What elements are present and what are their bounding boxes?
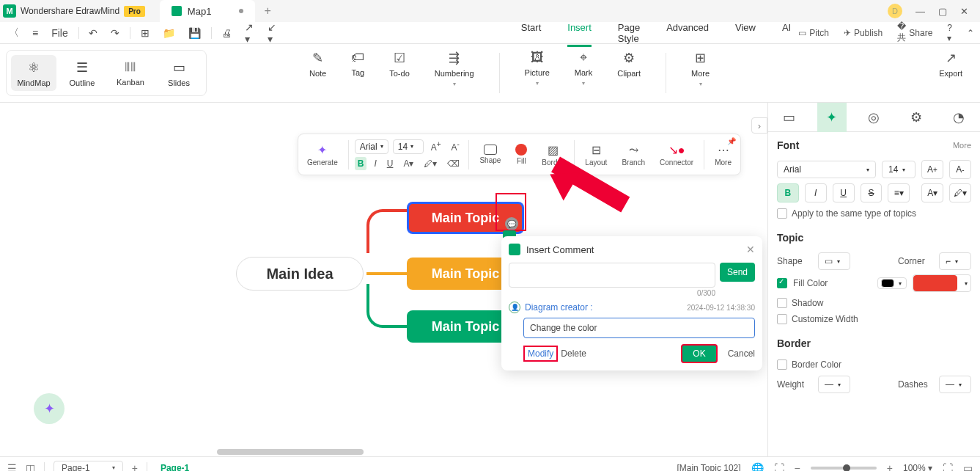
menu-button[interactable]: ≡ [29, 27, 41, 39]
layout-button[interactable]: ⊟Layout [581, 143, 611, 167]
panes-icon[interactable]: ◫ [26, 462, 35, 472]
expand-panel-button[interactable]: › [751, 117, 767, 134]
zoom-in-button[interactable]: + [887, 462, 893, 472]
apply-same-checkbox[interactable] [777, 208, 787, 219]
zoom-out-button[interactable]: − [795, 462, 800, 472]
redo-button[interactable]: ↷ [108, 27, 122, 39]
undo-button[interactable]: ↶ [86, 27, 100, 39]
outline-toggle-icon[interactable]: ☰ [7, 462, 17, 472]
fill-color-select[interactable]: ▾ [913, 274, 971, 292]
fill-button[interactable]: Fill [511, 144, 531, 165]
zoom-value[interactable]: 100% ▾ [903, 463, 932, 472]
document-tab[interactable]: Map1 [160, 0, 256, 22]
italic-button[interactable]: I [371, 157, 379, 170]
zoom-slider[interactable] [811, 467, 877, 470]
tab-start[interactable]: Start [521, 19, 541, 47]
shape-button[interactable]: Shape [475, 145, 505, 164]
modify-link[interactable]: Modify [523, 346, 558, 362]
cancel-button[interactable]: Cancel [728, 348, 755, 359]
delete-link[interactable]: Delete [561, 348, 586, 359]
tab-advanced[interactable]: Advanced [666, 19, 709, 47]
font-color-button[interactable]: A▾ [400, 157, 416, 170]
send-button[interactable]: Send [720, 263, 755, 282]
corner-select[interactable]: ⌐ ▾ [939, 252, 971, 270]
panel-tab-style[interactable]: ✦ [817, 103, 847, 132]
fill-pattern-select[interactable]: ▾ [877, 277, 907, 289]
pin-icon[interactable]: 📌 [727, 137, 736, 145]
viewmode-slides[interactable]: ▭Slides [156, 55, 202, 91]
ai-assistant-button[interactable]: ✦ [34, 393, 65, 424]
back-button[interactable]: 〈 [6, 26, 22, 40]
fit-icon[interactable]: ⛶ [774, 462, 784, 472]
page-selector[interactable]: Page-1▾ [54, 461, 123, 472]
new-button[interactable]: ⊞ [138, 27, 152, 39]
panel-highlight-button[interactable]: 🖊▾ [949, 183, 971, 202]
panel-align-button[interactable]: ≡▾ [888, 183, 910, 202]
tab-view[interactable]: View [735, 19, 756, 47]
underline-button[interactable]: U [384, 157, 397, 170]
comment-input[interactable] [509, 263, 715, 288]
viewmode-outline[interactable]: ☰Outline [59, 55, 105, 91]
horizontal-scrollbar[interactable] [217, 449, 364, 455]
panel-font-color-button[interactable]: A▾ [921, 183, 943, 202]
help-button[interactable]: ? ▾ [947, 23, 952, 43]
panel-font-family-select[interactable]: Arial▾ [777, 161, 876, 178]
minimize-button[interactable]: — [915, 6, 925, 17]
maximize-button[interactable]: ▢ [938, 6, 947, 17]
panel-tab-time[interactable]: ◔ [944, 103, 973, 132]
shape-select[interactable]: ▭ ▾ [818, 252, 850, 270]
more-format-button[interactable]: ⋯More [710, 143, 736, 167]
central-topic[interactable]: Main Idea [236, 257, 364, 291]
dashes-select[interactable]: — ▾ [939, 376, 971, 393]
insert-mark[interactable]: ⌖Mark▾ [575, 50, 592, 96]
viewmode-mindmap[interactable]: ⚛MindMap [11, 55, 56, 91]
share-button[interactable]: �共 Share [897, 21, 932, 44]
panel-underline-button[interactable]: U [833, 183, 855, 202]
comment-text-input[interactable]: Change the color [523, 318, 755, 338]
present-icon[interactable]: ▭ [963, 462, 973, 472]
add-page-button[interactable]: + [132, 462, 138, 472]
viewmode-kanban[interactable]: ⦀⦀Kanban [108, 55, 153, 91]
border-color-checkbox[interactable] [777, 359, 787, 370]
insert-clipart[interactable]: ⚙Clipart [617, 50, 641, 96]
insert-todo[interactable]: ☑To-do [389, 50, 410, 96]
export-dropdown[interactable]: ↗ ▾ [242, 21, 257, 45]
fullscreen-icon[interactable]: ⛶ [943, 462, 953, 472]
insert-tag[interactable]: 🏷Tag [351, 50, 364, 96]
tab-ai[interactable]: AI [782, 19, 791, 47]
page-tab-1[interactable]: Page-1 [156, 463, 194, 472]
weight-select[interactable]: — ▾ [818, 376, 850, 393]
canvas[interactable]: 📌 ✦ Generate Arial▾ 14▾ A+ A- B I U A▾ [0, 103, 767, 456]
collapse-ribbon-button[interactable]: ⌃ [967, 28, 974, 38]
export-button[interactable]: ↗ Export [939, 50, 974, 96]
panel-italic-button[interactable]: I [805, 183, 827, 202]
language-icon[interactable]: 🌐 [751, 462, 764, 472]
panel-strike-button[interactable]: S [861, 183, 883, 202]
increase-font-button[interactable]: A+ [428, 139, 444, 154]
decrease-font-button[interactable]: A- [449, 139, 463, 154]
insert-picture[interactable]: 🖼Picture▾ [525, 50, 550, 96]
open-button[interactable]: 📁 [160, 27, 178, 39]
branch-button[interactable]: ⤳Branch [617, 143, 649, 167]
insert-note[interactable]: ✎Note [309, 50, 326, 96]
insert-numbering[interactable]: ⇶Numbering▾ [435, 50, 474, 96]
clear-format-button[interactable]: ⌫ [444, 157, 463, 170]
bold-button[interactable]: B [355, 157, 367, 170]
add-tab-button[interactable]: + [264, 4, 270, 18]
font-size-select[interactable]: 14▾ [393, 139, 424, 154]
panel-decrease-font[interactable]: A- [949, 160, 971, 179]
import-dropdown[interactable]: ↙ ▾ [265, 21, 279, 45]
ai-generate-button[interactable]: ✦ Generate [303, 143, 342, 167]
font-family-select[interactable]: Arial▾ [355, 139, 388, 154]
fill-color-checkbox[interactable] [777, 278, 787, 288]
font-more-link[interactable]: More [953, 141, 971, 150]
panel-increase-font[interactable]: A+ [921, 160, 943, 179]
ok-button[interactable]: OK [681, 344, 717, 363]
save-button[interactable]: 💾 [185, 27, 204, 39]
panel-bold-button[interactable]: B [777, 183, 799, 202]
connector-button[interactable]: ↘●Connector [655, 143, 698, 167]
close-button[interactable]: ✕ [960, 6, 968, 17]
user-avatar[interactable]: D [888, 4, 902, 18]
panel-tab-shape[interactable]: ▭ [775, 103, 804, 132]
shadow-checkbox[interactable] [777, 298, 787, 308]
